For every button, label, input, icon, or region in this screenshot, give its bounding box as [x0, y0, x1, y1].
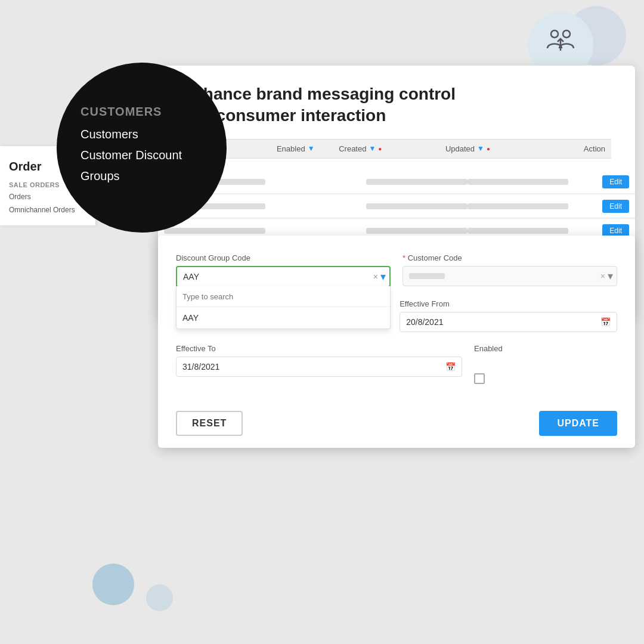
chevron-down-icon[interactable]: ▾ [608, 270, 613, 283]
customer-select-controls: × ▾ [600, 270, 613, 283]
cell-action: Edit [568, 175, 629, 188]
effective-to-row: Effective To 31/8/2021 📅 Enabled [176, 344, 617, 384]
search-input[interactable] [182, 292, 384, 301]
effective-to-input[interactable]: 31/8/2021 📅 [176, 357, 462, 377]
cell-created [366, 228, 467, 234]
discount-group-code-field: Discount Group Code AAY × ▾ AAY [176, 253, 391, 287]
cell-created [366, 203, 467, 209]
cell [164, 228, 265, 234]
panel-header: Enhance brand messaging control and cons… [158, 66, 635, 171]
dropdown-list: AAY [176, 286, 391, 329]
table-row: Edit [158, 195, 635, 218]
calendar-icon[interactable]: 📅 [445, 362, 456, 371]
update-button[interactable]: UPDATE [539, 411, 617, 436]
col-action: Action [552, 144, 605, 153]
customer-code-select[interactable]: × ▾ [402, 266, 617, 286]
dialog-footer: RESET UPDATE [176, 402, 617, 436]
dropdown-item-aay[interactable]: AAY [177, 307, 390, 329]
filter-active-created: ● [378, 145, 382, 152]
clear-icon[interactable]: × [600, 271, 605, 281]
col-enabled: Enabled ▼ [277, 144, 339, 153]
filter-icon-enabled[interactable]: ▼ [308, 144, 315, 153]
chevron-down-icon[interactable]: ▾ [380, 270, 386, 283]
cell-created [366, 179, 467, 185]
customer-code-label: Customer Code [402, 253, 617, 262]
enabled-checkbox[interactable] [474, 373, 485, 384]
bg-circle-bottom-left [92, 564, 134, 605]
enabled-field: Enabled [474, 344, 617, 384]
cell-action: Edit [568, 200, 629, 213]
select-controls: × ▾ [373, 270, 386, 283]
discount-group-code-value: AAY [177, 267, 389, 286]
effective-to-label: Effective To [176, 344, 462, 353]
cell-updated [467, 228, 569, 234]
filter-active-updated: ● [487, 145, 490, 152]
reset-button[interactable]: RESET [176, 411, 243, 436]
black-circle-menu: CUSTOMERS Customers Customer Discount Gr… [57, 63, 227, 233]
bg-circle-bottom-left2 [146, 584, 173, 611]
svg-point-0 [551, 30, 558, 38]
customer-code-value [403, 267, 617, 286]
people-growth-icon [543, 26, 578, 64]
circle-menu-item-groups[interactable]: Groups [80, 169, 120, 183]
customer-code-field: Customer Code × ▾ [402, 253, 617, 286]
circle-section-label: CUSTOMERS [80, 105, 162, 119]
panel-title: Enhance brand messaging control and cons… [182, 83, 611, 127]
edit-button[interactable]: Edit [602, 200, 629, 213]
discount-group-code-select[interactable]: AAY × ▾ AAY [176, 266, 391, 287]
col-updated: Updated ▼ ● [445, 144, 552, 153]
table-row: Edit [158, 171, 635, 194]
enabled-label: Enabled [474, 344, 617, 353]
discount-group-code-label: Discount Group Code [176, 253, 391, 262]
col-created: Created ▼ ● [339, 144, 445, 153]
calendar-icon[interactable]: 📅 [600, 317, 611, 327]
cell-updated [467, 179, 569, 185]
table-header: ve To Enabled ▼ Created ▼ ● Updated ▼ ● … [182, 139, 611, 159]
svg-point-1 [563, 30, 570, 38]
dropdown-search[interactable] [177, 286, 390, 307]
effective-from-input[interactable]: 20/8/2021 📅 [400, 312, 617, 332]
effective-to-field: Effective To 31/8/2021 📅 [176, 344, 462, 377]
effective-from-label: Effective From [400, 299, 617, 308]
circle-menu-item-customer-discount[interactable]: Customer Discount [80, 148, 182, 162]
filter-icon-created[interactable]: ▼ [369, 144, 376, 153]
clear-icon[interactable]: × [373, 272, 378, 281]
filter-icon-updated[interactable]: ▼ [477, 144, 484, 153]
circle-menu-item-customers[interactable]: Customers [80, 128, 138, 141]
dialog-top-row: Discount Group Code AAY × ▾ AAY Customer… [176, 253, 617, 287]
enabled-checkbox-container [474, 373, 617, 384]
edit-button[interactable]: Edit [602, 175, 629, 188]
dialog-overlay: Discount Group Code AAY × ▾ AAY Customer… [158, 236, 635, 448]
effective-from-group: Effective From 20/8/2021 📅 [400, 299, 617, 332]
cell-updated [467, 203, 569, 209]
